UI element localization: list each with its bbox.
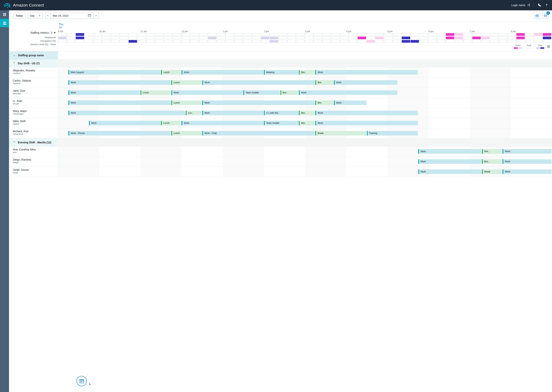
navbar: Amazon Connect Login name bbox=[0, 0, 552, 10]
navbar-right: Login name bbox=[511, 2, 549, 8]
brand: Amazon Connect bbox=[3, 2, 44, 8]
help-icon[interactable] bbox=[545, 3, 549, 7]
svg-point-3 bbox=[546, 6, 547, 6]
login-label: Login name bbox=[511, 4, 525, 7]
logout-icon bbox=[527, 3, 530, 7]
brand-text: Amazon Connect bbox=[13, 3, 44, 7]
phone-icon[interactable] bbox=[537, 3, 541, 7]
cloud-icon bbox=[3, 2, 11, 8]
login-menu[interactable]: Login name bbox=[511, 3, 530, 7]
